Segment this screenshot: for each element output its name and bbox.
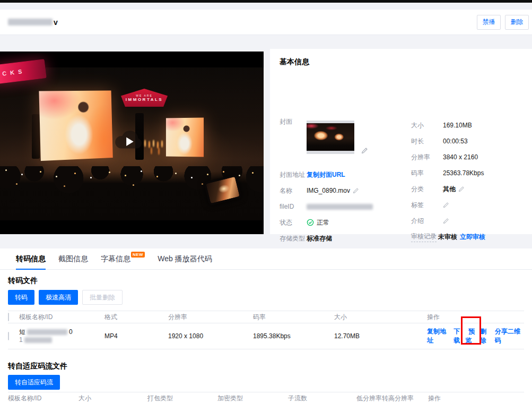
col-size: 大小 bbox=[79, 394, 147, 403]
page-title-suffix: v bbox=[54, 18, 58, 27]
col-template-name: 模板名称/ID bbox=[19, 313, 104, 322]
size-value: 169.10MB bbox=[443, 122, 472, 129]
share-qr-link[interactable]: 分享二维码 bbox=[495, 327, 524, 345]
name-label: 名称 bbox=[280, 186, 307, 195]
copy-cover-url-link[interactable]: 复制封面URL bbox=[307, 170, 345, 179]
phone-screen bbox=[206, 177, 240, 203]
review-now-link[interactable]: 立即审核 bbox=[460, 233, 485, 242]
ban-playback-button[interactable]: 禁播 bbox=[477, 15, 501, 30]
edit-intro-icon[interactable] bbox=[443, 218, 450, 225]
status-label: 状态 bbox=[280, 218, 307, 227]
file-id-row: fileID bbox=[280, 199, 412, 215]
led-screen-right bbox=[166, 118, 204, 157]
adaptive-stream-button[interactable]: 转自适应码流 bbox=[8, 375, 60, 390]
edit-name-icon[interactable] bbox=[353, 187, 360, 194]
cover-thumbnail-image bbox=[307, 123, 354, 151]
row-actions: 复制地址 下载 预览 删除 分享二维码 bbox=[427, 327, 524, 345]
bitrate-row: 码率 25363.78Kbps bbox=[411, 165, 529, 181]
resolution-row: 分辨率 3840 x 2160 bbox=[411, 149, 529, 165]
cover-row: 封面 bbox=[280, 117, 412, 167]
copy-url-link[interactable]: 复制地址 bbox=[427, 327, 450, 345]
cover-url-label: 封面地址 bbox=[280, 170, 307, 179]
category-label: 分类 bbox=[411, 185, 443, 194]
select-all-checkbox[interactable] bbox=[8, 313, 9, 321]
col-actions: 操作 bbox=[428, 394, 524, 403]
speaker-array-left bbox=[32, 114, 40, 159]
led-screen-left bbox=[39, 90, 112, 161]
format-cell: MP4 bbox=[104, 332, 168, 340]
stage-sign: WE ARE IMMORTALS bbox=[121, 89, 168, 107]
basic-info-right-column: 大小 169.10MB 时长 00:00:53 分辨率 3840 x 2160 … bbox=[411, 117, 529, 261]
transcode-button[interactable]: 转码 bbox=[8, 290, 34, 305]
transcode-table: 模板名称/ID 格式 分辨率 码率 大小 操作 短 0 1 MP4 1920 bbox=[8, 311, 524, 349]
row-checkbox[interactable] bbox=[8, 332, 9, 340]
review-label: 审核记录 bbox=[411, 232, 437, 242]
resolution-value: 3840 x 2160 bbox=[443, 153, 478, 161]
adaptive-table-header: 模板名称/ID 大小 打包类型 加密类型 子流数 低分辨率转高分辨率 操作 bbox=[8, 392, 524, 403]
video-player[interactable]: CKS WE ARE IMMORTALS bbox=[0, 52, 264, 234]
edit-tag-icon[interactable] bbox=[443, 202, 450, 209]
basic-info-panel: 基本信息 封面 封面地址 复制封面URL 名称 IMG_0890.mov bbox=[270, 49, 532, 234]
status-row: 状态 正常 bbox=[280, 215, 412, 230]
status-value: 正常 bbox=[317, 218, 329, 227]
transcode-table-row: 短 0 1 MP4 1920 x 1080 1895.38Kbps 12.70M… bbox=[8, 323, 524, 349]
page-title: v bbox=[8, 18, 58, 27]
cover-label: 封面 bbox=[280, 117, 307, 126]
new-badge: NEW bbox=[131, 252, 145, 258]
header-actions: 禁播 删除 bbox=[477, 15, 529, 30]
tag-label: 标签 bbox=[411, 201, 443, 210]
file-id-label: fileID bbox=[280, 203, 307, 210]
col-format: 格式 bbox=[104, 313, 168, 322]
edit-cover-icon[interactable] bbox=[361, 147, 368, 154]
category-row: 分类 其他 bbox=[411, 181, 529, 197]
preview-link[interactable]: 预览 bbox=[465, 328, 475, 344]
transcode-table-header: 模板名称/ID 格式 分辨率 码率 大小 操作 bbox=[8, 311, 524, 323]
top-dark-strip bbox=[0, 0, 532, 3]
name-row: 名称 IMG_0890.mov bbox=[280, 183, 412, 199]
storage-value: 标准存储 bbox=[307, 234, 332, 243]
transcode-buttons: 转码 极速高清 批量删除 bbox=[8, 290, 123, 305]
cover-url-row: 封面地址 复制封面URL bbox=[280, 167, 412, 183]
template-id-prefix: 1 bbox=[19, 336, 23, 344]
detail-tabs-panel: 转码信息 截图信息 字幕信息 NEW Web 播放器代码 转码文件 转码 极速高… bbox=[0, 248, 532, 403]
tab-transcode-info[interactable]: 转码信息 bbox=[16, 248, 46, 270]
delete-video-button[interactable]: 删除 bbox=[505, 15, 529, 30]
video-frame: CKS WE ARE IMMORTALS bbox=[0, 67, 264, 220]
tesd-hd-button[interactable]: 极速高清 bbox=[39, 290, 78, 305]
status-ok-icon bbox=[307, 219, 314, 226]
delete-link[interactable]: 删除 bbox=[480, 327, 492, 345]
resolution-cell: 1920 x 1080 bbox=[168, 332, 253, 340]
col-substream-count: 子流数 bbox=[288, 394, 356, 403]
tag-row: 标签 bbox=[411, 197, 529, 213]
redacted-file-id bbox=[307, 204, 373, 210]
col-package-type: 打包类型 bbox=[147, 394, 217, 403]
duration-label: 时长 bbox=[411, 137, 443, 146]
bitrate-value: 25363.78Kbps bbox=[443, 169, 484, 177]
batch-delete-button[interactable]: 批量删除 bbox=[82, 290, 123, 305]
tab-screenshot-info[interactable]: 截图信息 bbox=[58, 248, 88, 270]
duration-value: 00:00:53 bbox=[443, 138, 468, 145]
stage-sign-line2: IMMORTALS bbox=[126, 97, 163, 102]
review-row: 审核记录 未审核 立即审核 bbox=[411, 229, 529, 245]
play-button[interactable] bbox=[112, 127, 145, 150]
cover-thumbnail bbox=[307, 121, 354, 154]
concert-banner: CKS bbox=[0, 59, 47, 84]
tab-subtitle-info[interactable]: 字幕信息 NEW bbox=[101, 248, 145, 270]
download-link[interactable]: 下载 bbox=[453, 327, 465, 345]
detail-tabs: 转码信息 截图信息 字幕信息 NEW Web 播放器代码 bbox=[0, 248, 532, 270]
storage-label: 存储类型 bbox=[280, 234, 307, 243]
template-name-suffix: 0 bbox=[69, 328, 73, 336]
intro-row: 介绍 bbox=[411, 213, 529, 229]
duration-row: 时长 00:00:53 bbox=[411, 133, 529, 149]
tab-web-player-code[interactable]: Web 播放器代码 bbox=[158, 248, 212, 270]
adaptive-stream-title: 转自适应码流文件 bbox=[8, 362, 67, 371]
template-name-cell: 短 0 1 bbox=[19, 328, 104, 344]
col-encrypt-type: 加密类型 bbox=[217, 394, 288, 403]
category-value: 其他 bbox=[443, 185, 456, 194]
col-size: 大小 bbox=[334, 313, 427, 322]
col-resolution: 分辨率 bbox=[168, 313, 253, 322]
col-low-to-high-res: 低分辨率转高分辨率 bbox=[356, 394, 428, 403]
phone-lights bbox=[5, 169, 7, 171]
edit-category-icon[interactable] bbox=[458, 186, 465, 193]
redacted-video-title bbox=[8, 19, 53, 25]
